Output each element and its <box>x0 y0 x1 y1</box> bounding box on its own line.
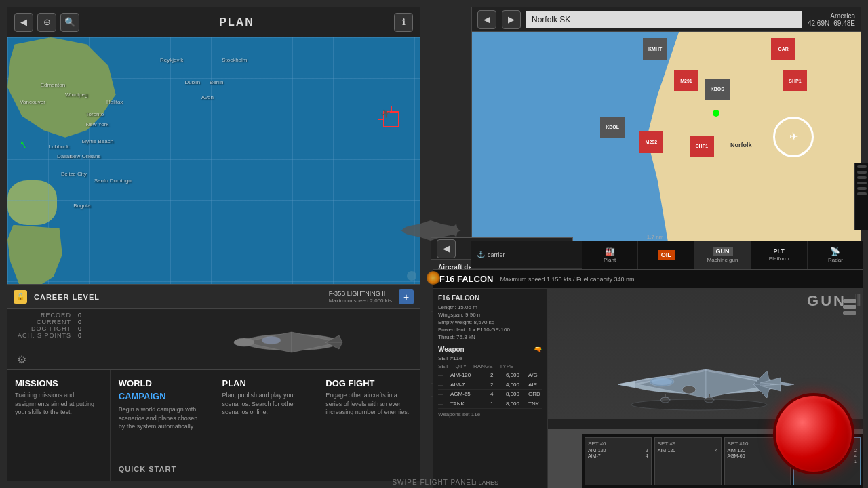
edge-dot-3 <box>857 176 867 179</box>
f35-silhouette <box>210 312 373 373</box>
wh-qty: QTY <box>456 363 467 369</box>
ws6a-aim120: AIM-120 2 <box>588 448 648 453</box>
flares-label: FLARES <box>475 479 498 486</box>
location-info: America 42.69N -69.48E <box>808 12 855 27</box>
world-map-container[interactable]: Vancouver Edmonton Winnipeg Halifax New … <box>7 37 420 284</box>
spec-length: Length: 15.06 m <box>438 304 542 310</box>
f35-aircraft-preview <box>203 305 380 380</box>
world-campaign-title: WORLD <box>119 378 205 388</box>
marker-car[interactable]: CAR <box>771 38 795 62</box>
wh-set: SET <box>438 363 449 369</box>
world-campaign-desc: Begin a world campaign with scenarios an… <box>119 405 205 431</box>
career-stats: RECORD 0 CURRENT 0 DOG FIGHT 0 ACH. S PO… <box>17 312 82 339</box>
missions-item[interactable]: MISSIONS Training missions and assignmen… <box>7 370 111 481</box>
marker-chp1[interactable]: CHP1 <box>690 136 714 160</box>
aircraft-details-header: F16 FALCON Maximum speed 1,150 kts / Fue… <box>433 270 863 289</box>
right-map-panel: ◀ ▶ America 42.69N -69.48E Norfolk KMHT … <box>471 7 861 244</box>
location-input[interactable] <box>526 11 802 28</box>
bullet-indicators <box>843 299 856 315</box>
carrier-toolbar-item[interactable]: ⚓ carrier <box>471 241 583 269</box>
distance-label: 1.7 nm <box>647 234 663 240</box>
right-map-forward-button[interactable]: ▶ <box>502 10 521 29</box>
right-map-back-button[interactable]: ◀ <box>477 10 496 29</box>
editor-back-button[interactable]: ◀ <box>437 239 456 258</box>
dog-fight-item[interactable]: DOG FIGHT Engage other aircrafts in a se… <box>317 370 420 481</box>
spec-powerplant: Powerplant: 1 x F110-GE-100 <box>438 327 542 333</box>
east-coast-land <box>647 32 861 243</box>
svg-point-18 <box>652 378 672 385</box>
red-action-button[interactable] <box>773 393 854 474</box>
oil-tag: OIL <box>658 250 675 260</box>
edge-dot-4 <box>857 182 867 184</box>
settings-icon[interactable]: ⚙ <box>17 353 26 366</box>
dog-fight-desc: Engage other aircrafts in a series of le… <box>326 391 412 417</box>
aircraft-details-subtitle: Maximum speed 1,150 kts / Fuel capacity … <box>500 276 635 283</box>
norfolk-label: Norfolk <box>730 142 752 148</box>
toolbar-oil[interactable]: OIL <box>638 241 694 269</box>
right-map-content[interactable]: Norfolk KMHT CAR M291 KBOS SHP1 KBOL M29… <box>472 32 861 243</box>
plan-item[interactable]: PLAN Plan, publish and play your scenari… <box>214 370 318 481</box>
weapon-set-label: SET #11e <box>438 355 542 361</box>
plan-item-title: PLAN <box>222 378 309 388</box>
ws9-aim120: AIM-120 4 <box>658 448 718 453</box>
marker-kmht[interactable]: KMHT <box>643 38 667 62</box>
target-plane-icon: ✈ <box>789 130 798 143</box>
svg-marker-28 <box>450 224 458 230</box>
toolbar-radar[interactable]: 📡 Radar <box>808 241 863 269</box>
toolbar-plant[interactable]: 🏭 Plant <box>582 241 638 269</box>
svg-marker-16 <box>618 381 635 388</box>
map-scroll-indicator <box>407 271 416 281</box>
missions-bar: MISSIONS Training missions and assignmen… <box>7 369 420 481</box>
weapon-section: Weapon 🔫 SET #11e SET QTY RANGE TYPE — A… <box>438 346 542 418</box>
stat-current: CURRENT 0 <box>17 319 82 325</box>
weapon-set-6a[interactable]: SET #6 AIM-120 2 AIM-7 4 <box>585 437 652 485</box>
plan-info-button[interactable]: ℹ <box>394 13 413 32</box>
weapon-footer: Weapons set 11e <box>438 411 542 418</box>
target-circle: ✈ <box>773 117 814 157</box>
career-add-button[interactable]: + <box>399 289 414 304</box>
svg-point-6 <box>262 336 281 344</box>
missions-title: MISSIONS <box>15 378 102 388</box>
ws6a-title: SET #6 <box>588 441 648 447</box>
svg-point-24 <box>631 399 767 410</box>
plan-back-button[interactable]: ◀ <box>14 13 33 32</box>
info-icon: ℹ <box>402 17 406 27</box>
aircraft-specs-left: F16 FALCON Length: 15.06 m Wingspan: 9.9… <box>433 289 548 488</box>
quick-start-label[interactable]: QUICK START <box>119 465 176 473</box>
icon-toolbar: 🏭 Plant OIL GUN Machine gun PLT Platform… <box>582 241 863 269</box>
stat-ach-points: ACH. S POINTS 0 <box>17 332 82 339</box>
carrier-toolbar-icon: ⚓ <box>477 251 485 258</box>
svg-point-19 <box>682 386 696 394</box>
region-label: America <box>808 12 855 20</box>
toolbar-plt[interactable]: PLT Platform <box>751 241 808 269</box>
plan-forward-button[interactable]: ⊕ <box>37 13 56 32</box>
marker-kbos[interactable]: KBOS <box>705 79 730 103</box>
radar-icon: 📡 <box>830 247 840 256</box>
right-edge-control-panel <box>854 163 868 230</box>
weapon-tank: — TANK 1 8,000 TNK <box>438 399 542 409</box>
missions-desc: Training missions and assignments aimed … <box>15 391 102 417</box>
weapon-set-9[interactable]: SET #9 AIM-120 4 <box>654 437 722 485</box>
world-campaign-item[interactable]: WORLD CAMPAIGN Begin a world campaign wi… <box>111 370 214 481</box>
aircraft-details-title: F16 FALCON <box>439 274 493 284</box>
wh-type: TYPE <box>499 363 513 369</box>
svg-point-5 <box>234 338 254 346</box>
edge-dot-5 <box>857 187 867 190</box>
marker-kbol[interactable]: KBOL <box>600 117 625 141</box>
edge-dot-6 <box>857 192 867 195</box>
marker-shp1[interactable]: SHP1 <box>783 70 807 94</box>
marker-m291[interactable]: M291 <box>674 70 698 94</box>
plt-tag: PLT <box>774 248 785 255</box>
stat-dog-fight: DOG FIGHT 0 <box>17 325 82 332</box>
plan-map-panel: ◀ ⊕ 🔍 PLAN ℹ Vancouver <box>7 7 420 285</box>
stat-record: RECORD 0 <box>17 312 82 319</box>
gun-overlay-label: GUN <box>807 292 846 310</box>
gun-tag: GUN <box>713 247 733 256</box>
career-lock-icon: 🔒 <box>14 290 27 304</box>
plan-zoom-button[interactable]: 🔍 <box>60 13 79 32</box>
career-missions-panel: 🔒 CAREER LEVEL F-35B LIGHTNING II Maximu… <box>7 285 420 481</box>
marker-m292[interactable]: M292 <box>639 131 663 156</box>
swipe-flight-panel-label: SWIPE FLIGHT PANEL <box>392 479 475 486</box>
toolbar-gun[interactable]: GUN Machine gun <box>694 241 751 269</box>
plan-nav-controls: ◀ ⊕ 🔍 <box>14 13 79 32</box>
